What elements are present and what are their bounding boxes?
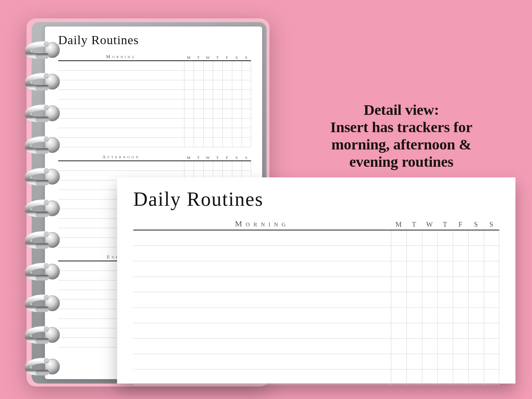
check-cell — [213, 61, 222, 71]
task-cell — [133, 339, 391, 354]
check-cell — [213, 109, 222, 119]
task-cell — [58, 61, 184, 71]
check-cell — [232, 109, 242, 119]
check-cell — [422, 339, 437, 354]
check-cell — [242, 61, 251, 71]
check-cell — [484, 354, 499, 370]
check-cell — [203, 61, 213, 71]
check-cell — [184, 90, 194, 99]
disc-ring — [25, 40, 60, 59]
check-cell — [242, 80, 251, 90]
check-cell — [222, 61, 232, 71]
planner-section: MorningMTWTFSS — [58, 52, 251, 147]
check-cell — [222, 80, 232, 90]
check-cell — [222, 119, 232, 128]
day-header: S — [232, 55, 242, 60]
check-cell — [406, 370, 422, 385]
day-header: S — [232, 155, 242, 160]
section-label: Morning — [58, 54, 184, 60]
check-cell — [453, 354, 468, 370]
detail-section-label: Morning — [133, 219, 391, 230]
check-cell — [232, 128, 242, 138]
detail-panel: Daily Routines Morning MTWTFSS — [117, 177, 515, 384]
check-cell — [484, 277, 499, 292]
disc-ring — [25, 230, 60, 249]
check-cell — [232, 161, 242, 171]
check-cell — [203, 80, 213, 90]
check-cell — [184, 109, 194, 119]
check-cell — [437, 339, 453, 354]
disc-ring — [25, 357, 60, 375]
check-cell — [194, 90, 203, 99]
task-cell — [133, 292, 391, 308]
check-cell — [484, 230, 499, 246]
check-cell — [391, 354, 406, 370]
check-cell — [222, 138, 232, 147]
disc-ring — [25, 135, 60, 154]
check-cell — [437, 261, 453, 277]
check-cell — [484, 323, 499, 339]
day-header: W — [203, 155, 213, 160]
check-cell — [242, 161, 251, 171]
check-cell — [468, 323, 484, 339]
check-cell — [468, 339, 484, 354]
check-cell — [453, 277, 468, 292]
check-cell — [468, 230, 484, 246]
task-cell — [58, 80, 184, 90]
check-cell — [422, 277, 437, 292]
check-cell — [468, 354, 484, 370]
check-cell — [203, 109, 213, 119]
task-cell — [58, 109, 184, 119]
check-cell — [391, 246, 406, 261]
check-cell — [203, 90, 213, 99]
day-header: S — [242, 155, 251, 160]
check-cell — [422, 292, 437, 308]
task-cell — [133, 277, 391, 292]
day-header: F — [453, 220, 468, 230]
check-cell — [184, 161, 194, 171]
check-cell — [391, 230, 406, 246]
check-cell — [422, 308, 437, 323]
check-cell — [213, 138, 222, 147]
detail-tracker-grid — [133, 230, 499, 385]
check-cell — [232, 90, 242, 99]
detail-section-header: Morning MTWTFSS — [133, 216, 499, 230]
check-cell — [184, 80, 194, 90]
caption-line-4: evening routines — [287, 153, 515, 170]
disc-ring — [25, 325, 60, 344]
check-cell — [437, 323, 453, 339]
day-header: M — [184, 155, 194, 160]
task-cell — [133, 246, 391, 261]
check-cell — [391, 308, 406, 323]
check-cell — [484, 261, 499, 277]
check-cell — [422, 230, 437, 246]
check-cell — [437, 230, 453, 246]
day-header: T — [213, 55, 222, 60]
check-cell — [232, 80, 242, 90]
check-cell — [406, 230, 422, 246]
check-cell — [468, 246, 484, 261]
day-header: S — [484, 220, 499, 230]
check-cell — [406, 261, 422, 277]
check-cell — [242, 138, 251, 147]
day-header: M — [391, 220, 406, 230]
check-cell — [437, 277, 453, 292]
section-header: MorningMTWTFSS — [58, 52, 251, 61]
detail-day-headers: MTWTFSS — [391, 220, 499, 230]
check-cell — [453, 323, 468, 339]
check-cell — [453, 261, 468, 277]
check-cell — [194, 161, 203, 171]
check-cell — [242, 128, 251, 138]
day-headers: MTWTFSS — [184, 55, 251, 60]
day-header: F — [222, 155, 232, 160]
check-cell — [203, 128, 213, 138]
check-cell — [437, 370, 453, 385]
task-cell — [58, 90, 184, 99]
check-cell — [484, 308, 499, 323]
task-cell — [133, 230, 391, 246]
check-cell — [232, 138, 242, 147]
task-cell — [133, 261, 391, 277]
check-cell — [406, 277, 422, 292]
task-cell — [58, 128, 184, 138]
task-cell — [133, 370, 391, 385]
